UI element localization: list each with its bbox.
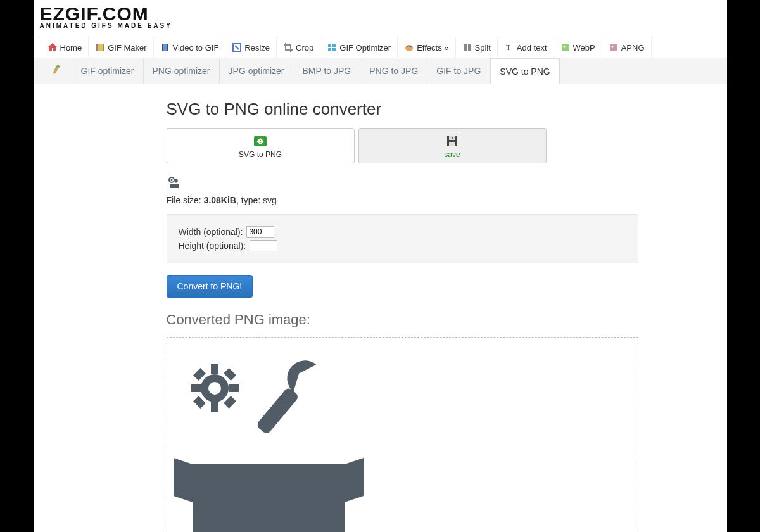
svg-rect-2 xyxy=(103,44,104,51)
svg-rect-40 xyxy=(224,396,236,408)
nav-video-to-gif-label: Video to GIF xyxy=(173,43,219,53)
action-row: SVG to PNG save xyxy=(167,128,547,163)
file-size-label: File size: xyxy=(167,195,204,205)
crop-icon xyxy=(283,42,293,53)
file-type-label: , type: xyxy=(236,195,263,205)
svg-point-13 xyxy=(408,46,410,47)
action-save-label: save xyxy=(444,150,460,159)
header: EZGIF.COM ANIMATED GIFS MADE EASY xyxy=(34,0,727,32)
brush-icon xyxy=(50,63,63,76)
svg-rect-39 xyxy=(193,396,206,408)
nav-apng[interactable]: APNG xyxy=(602,37,652,58)
nav-effects-label: Effects » xyxy=(417,43,448,53)
thumbnail-preview xyxy=(167,175,712,190)
logo-main[interactable]: EZGIF.COM xyxy=(40,5,721,22)
svg-point-12 xyxy=(407,46,408,48)
svg-rect-20 xyxy=(610,44,618,51)
nav-crop[interactable]: Crop xyxy=(277,37,320,58)
split-icon xyxy=(462,42,472,53)
subnav-png-optimizer[interactable]: PNG optimizer xyxy=(144,58,220,84)
film-icon xyxy=(95,42,105,53)
width-label: Width (optional): xyxy=(179,227,243,237)
logo-tagline: ANIMATED GIFS MADE EASY xyxy=(40,22,721,29)
subnav-bmp-to-jpg[interactable]: BMP to JPG xyxy=(293,58,360,84)
nav-video-to-gif[interactable]: Video to GIF xyxy=(154,37,226,58)
height-label: Height (optional): xyxy=(179,241,246,251)
nav-resize[interactable]: Resize xyxy=(225,37,277,58)
subnav-gif-optimizer[interactable]: GIF optimizer xyxy=(72,58,144,84)
nav-gif-optimizer-label: GIF Optimizer xyxy=(339,43,391,53)
svg-rect-36 xyxy=(229,384,239,392)
width-input[interactable] xyxy=(246,226,274,238)
tools-thumb-icon xyxy=(167,175,182,190)
nav-split[interactable]: Split xyxy=(456,37,498,58)
svg-point-32 xyxy=(208,382,221,395)
svg-point-29 xyxy=(170,179,172,181)
palette-icon xyxy=(404,42,414,53)
result-title: Converted PNG image: xyxy=(167,312,712,328)
svg-point-22 xyxy=(56,65,60,68)
file-type-value: svg xyxy=(263,195,277,205)
svg-rect-1 xyxy=(96,44,98,51)
convert-button[interactable]: Convert to PNG! xyxy=(167,275,253,298)
nav-split-label: Split xyxy=(475,43,491,53)
action-save[interactable]: save xyxy=(358,128,547,163)
subnav-jpg-optimizer[interactable]: JPG optimizer xyxy=(220,58,294,84)
svg-rect-5 xyxy=(167,44,168,51)
video-icon xyxy=(160,42,170,53)
nav-gif-maker[interactable]: GIF Maker xyxy=(89,37,153,58)
primary-nav: Home GIF Maker Video to GIF Resize Crop … xyxy=(34,37,727,58)
nav-gif-maker-label: GIF Maker xyxy=(108,43,146,53)
convert-icon xyxy=(251,134,269,149)
svg-rect-34 xyxy=(211,402,218,412)
svg-rect-18 xyxy=(562,44,569,51)
svg-rect-26 xyxy=(449,142,455,146)
svg-text:T: T xyxy=(506,43,511,52)
nav-gif-optimizer[interactable]: GIF Optimizer xyxy=(320,37,398,58)
svg-rect-27 xyxy=(452,137,453,139)
subnav-home-icon[interactable] xyxy=(41,58,72,84)
svg-rect-9 xyxy=(328,48,331,51)
svg-rect-37 xyxy=(193,368,206,381)
options-form: Width (optional): Height (optional): xyxy=(167,214,638,263)
action-svg-to-png[interactable]: SVG to PNG xyxy=(167,128,355,163)
main-content: SVG to PNG online converter SVG to PNG s… xyxy=(34,84,727,532)
svg-rect-30 xyxy=(170,184,179,188)
svg-rect-10 xyxy=(332,48,336,51)
svg-point-19 xyxy=(563,46,565,48)
save-icon xyxy=(443,134,461,149)
svg-rect-16 xyxy=(468,44,471,51)
svg-rect-42 xyxy=(193,464,345,532)
svg-point-14 xyxy=(410,46,412,48)
subnav-png-to-jpg[interactable]: PNG to JPG xyxy=(360,58,428,84)
resize-icon xyxy=(232,42,242,53)
subnav-svg-to-png[interactable]: SVG to PNG xyxy=(490,58,559,84)
height-input[interactable] xyxy=(250,240,277,251)
file-size-value: 3.08KiB xyxy=(204,195,236,205)
svg-rect-8 xyxy=(332,44,336,47)
nav-effects[interactable]: Effects » xyxy=(398,37,455,58)
result-box xyxy=(167,337,638,532)
nav-webp-label: WebP xyxy=(573,43,595,53)
svg-rect-41 xyxy=(255,386,300,435)
nav-add-text-label: Add text xyxy=(517,43,547,53)
home-icon xyxy=(48,42,58,53)
svg-rect-38 xyxy=(224,368,236,381)
secondary-nav: GIF optimizer PNG optimizer JPG optimize… xyxy=(34,58,727,84)
svg-rect-33 xyxy=(211,364,218,374)
nav-add-text[interactable]: T Add text xyxy=(498,37,554,58)
svg-rect-4 xyxy=(162,44,163,51)
nav-home-label: Home xyxy=(60,43,82,53)
image-icon xyxy=(560,42,571,53)
svg-point-21 xyxy=(611,46,613,48)
page-title: SVG to PNG online converter xyxy=(167,99,712,119)
nav-webp[interactable]: WebP xyxy=(554,37,602,58)
optimize-icon xyxy=(327,42,337,53)
svg-marker-43 xyxy=(174,458,193,502)
file-info: File size: 3.08KiB, type: svg xyxy=(167,195,712,205)
svg-rect-7 xyxy=(328,44,331,47)
subnav-gif-to-jpg[interactable]: GIF to JPG xyxy=(428,58,490,84)
converted-image xyxy=(174,344,364,532)
nav-apng-label: APNG xyxy=(621,43,645,53)
nav-home[interactable]: Home xyxy=(41,37,89,58)
